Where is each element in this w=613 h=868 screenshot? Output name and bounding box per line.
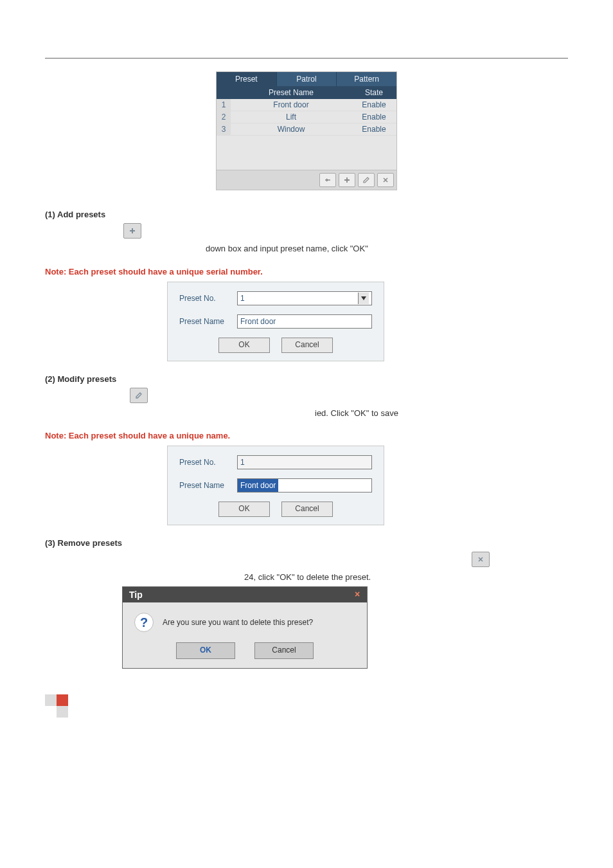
modify-presets-text-b: ied. Click "OK" to save	[315, 407, 568, 420]
tip-title-text: Tip	[129, 590, 143, 600]
tab-preset[interactable]: Preset	[217, 72, 277, 86]
edit-icon[interactable]	[130, 388, 148, 403]
tab-patrol[interactable]: Patrol	[277, 72, 337, 86]
close-icon[interactable]: ×	[351, 590, 363, 600]
add-preset-dialog: Preset No. 1 Preset Name Front door OK C…	[167, 282, 384, 361]
preset-no-label: Preset No.	[179, 294, 237, 303]
row-idx: 2	[217, 111, 231, 123]
cancel-button[interactable]: Cancel	[281, 338, 333, 353]
note-unique-serial: Note: Each preset should have a unique s…	[45, 267, 568, 276]
section-add-presets-title: (1) Add presets	[45, 210, 568, 219]
col-index	[217, 86, 231, 99]
tip-message: Are you sure you want to delete this pre…	[163, 618, 313, 627]
modify-preset-dialog: Preset No. 1 Preset Name Front door OK C…	[167, 446, 384, 525]
preset-no-select[interactable]: 1	[237, 291, 372, 305]
question-icon: ?	[134, 613, 154, 632]
row-idx: 3	[217, 123, 231, 135]
add-presets-text-b: down box and input preset name, click "O…	[206, 242, 568, 255]
section-modify-presets-title: (2) Modify presets	[45, 374, 568, 384]
cancel-button[interactable]: Cancel	[281, 502, 333, 517]
col-preset-name: Preset Name	[231, 86, 351, 99]
row-name: Window	[231, 123, 351, 135]
preset-name-label: Preset Name	[179, 481, 237, 490]
table-row[interactable]: 3 Window Enable	[217, 123, 396, 136]
ok-button[interactable]: OK	[218, 338, 270, 353]
table-row[interactable]: 1 Front door Enable	[217, 99, 396, 111]
preset-no-label: Preset No.	[179, 458, 237, 467]
preset-no-value: 1	[240, 292, 245, 305]
col-state: State	[351, 86, 396, 99]
ok-button[interactable]: OK	[218, 502, 270, 517]
edit-preset-icon[interactable]	[358, 173, 375, 187]
footer-logo	[45, 694, 568, 718]
header-rule	[45, 58, 568, 59]
delete-confirm-dialog: Tip × ? Are you sure you want to delete …	[122, 586, 368, 669]
remove-presets-text-b: 24, click "OK" to delete the preset.	[244, 571, 568, 584]
add-icon[interactable]	[123, 223, 141, 239]
call-preset-icon[interactable]	[319, 173, 336, 187]
section-remove-presets-title: (3) Remove presets	[45, 538, 568, 548]
ok-button[interactable]: OK	[176, 642, 235, 659]
row-name: Front door	[231, 99, 351, 111]
preset-name-input[interactable]: Front door	[237, 478, 372, 493]
add-preset-icon[interactable]	[339, 173, 355, 187]
row-state: Enable	[351, 123, 396, 135]
row-state: Enable	[351, 111, 396, 123]
chevron-down-icon[interactable]	[358, 293, 369, 304]
row-idx: 1	[217, 99, 231, 111]
delete-preset-icon[interactable]	[377, 173, 394, 187]
preset-name-value-selected: Front door	[238, 479, 278, 492]
preset-panel: Preset Patrol Pattern Preset Name State …	[216, 71, 397, 190]
preset-no-value: 1	[240, 456, 245, 469]
note-unique-name: Note: Each preset should have a unique n…	[45, 431, 568, 440]
row-name: Lift	[231, 111, 351, 123]
preset-name-value: Front door	[240, 315, 276, 328]
cancel-button[interactable]: Cancel	[254, 642, 314, 659]
preset-name-input[interactable]: Front door	[237, 314, 372, 329]
preset-no-field[interactable]: 1	[237, 455, 372, 469]
row-state: Enable	[351, 99, 396, 111]
delete-icon[interactable]	[472, 552, 490, 567]
preset-name-label: Preset Name	[179, 317, 237, 326]
tab-pattern[interactable]: Pattern	[337, 72, 396, 86]
table-row[interactable]: 2 Lift Enable	[217, 111, 396, 123]
